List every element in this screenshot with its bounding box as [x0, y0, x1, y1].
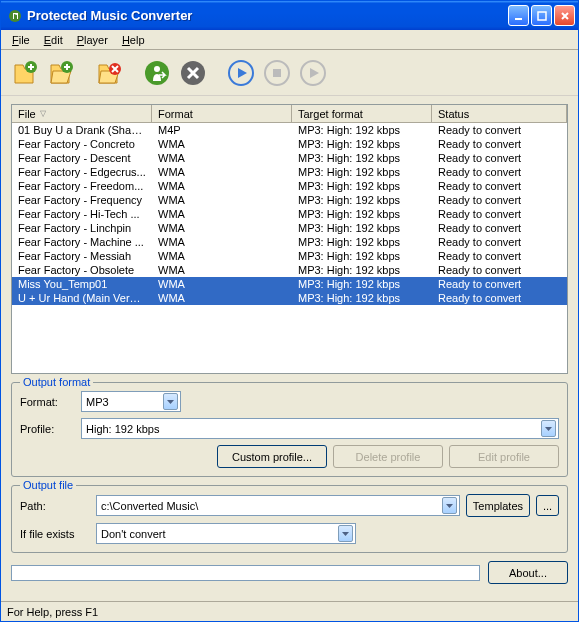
menu-help[interactable]: Help [115, 32, 152, 48]
cell-target: MP3: High: 192 kbps [292, 124, 432, 136]
convert-button[interactable] [141, 57, 173, 89]
cell-target: MP3: High: 192 kbps [292, 180, 432, 192]
about-button[interactable]: About... [488, 561, 568, 584]
cell-file: Fear Factory - Concreto [12, 138, 152, 150]
table-row[interactable]: Fear Factory - Edgecrus...WMAMP3: High: … [12, 165, 567, 179]
cell-file: 01 Buy U a Drank (Shaw... [12, 124, 152, 136]
table-row[interactable]: Fear Factory - LinchpinWMAMP3: High: 192… [12, 221, 567, 235]
cell-target: MP3: High: 192 kbps [292, 138, 432, 150]
menu-edit[interactable]: Edit [37, 32, 70, 48]
toolbar [1, 50, 578, 96]
cell-format: WMA [152, 250, 292, 262]
minimize-button[interactable] [508, 5, 529, 26]
menu-player[interactable]: Player [70, 32, 115, 48]
titlebar: Protected Music Converter [1, 1, 578, 30]
cell-target: MP3: High: 192 kbps [292, 292, 432, 304]
menubar: File Edit Player Help [1, 30, 578, 50]
format-combo[interactable]: MP3 [81, 391, 181, 412]
table-row[interactable]: U + Ur Hand (Main Versi...WMAMP3: High: … [12, 291, 567, 305]
stop-convert-button[interactable] [177, 57, 209, 89]
cell-format: WMA [152, 278, 292, 290]
profile-combo[interactable]: High: 192 kbps [81, 418, 559, 439]
next-icon [299, 59, 327, 87]
cell-target: MP3: High: 192 kbps [292, 264, 432, 276]
cell-format: WMA [152, 138, 292, 150]
cell-target: MP3: High: 192 kbps [292, 194, 432, 206]
cell-status: Ready to convert [432, 222, 567, 234]
main-window: Protected Music Converter File Edit Play… [0, 0, 579, 622]
stop-play-button[interactable] [261, 57, 293, 89]
statusbar: For Help, press F1 [1, 601, 578, 621]
cell-format: WMA [152, 180, 292, 192]
edit-profile-button[interactable]: Edit profile [449, 445, 559, 468]
table-row[interactable]: Fear Factory - DescentWMAMP3: High: 192 … [12, 151, 567, 165]
add-folder-button[interactable] [45, 57, 77, 89]
path-label: Path: [20, 500, 90, 512]
cell-target: MP3: High: 192 kbps [292, 166, 432, 178]
progress-bar [11, 565, 480, 581]
file-list[interactable]: File▽ Format Target format Status 01 Buy… [11, 104, 568, 374]
table-row[interactable]: Fear Factory - FrequencyWMAMP3: High: 19… [12, 193, 567, 207]
maximize-button[interactable] [531, 5, 552, 26]
play-icon [227, 59, 255, 87]
table-row[interactable]: 01 Buy U a Drank (Shaw...M4PMP3: High: 1… [12, 123, 567, 137]
col-status-header[interactable]: Status [432, 105, 567, 122]
svg-point-6 [145, 61, 169, 85]
cell-format: WMA [152, 208, 292, 220]
cell-file: Fear Factory - Frequency [12, 194, 152, 206]
cell-file: Fear Factory - Freedom... [12, 180, 152, 192]
remove-icon [95, 59, 123, 87]
cell-format: M4P [152, 124, 292, 136]
templates-button[interactable]: Templates [466, 494, 530, 517]
cell-status: Ready to convert [432, 138, 567, 150]
cell-format: WMA [152, 264, 292, 276]
table-row[interactable]: Fear Factory - ObsoleteWMAMP3: High: 192… [12, 263, 567, 277]
table-row[interactable]: Fear Factory - Machine ...WMAMP3: High: … [12, 235, 567, 249]
remove-button[interactable] [93, 57, 125, 89]
cell-file: Fear Factory - Edgecrus... [12, 166, 152, 178]
next-button[interactable] [297, 57, 329, 89]
add-folder-icon [47, 59, 75, 87]
table-row[interactable]: Fear Factory - MessiahWMAMP3: High: 192 … [12, 249, 567, 263]
cell-format: WMA [152, 292, 292, 304]
cell-target: MP3: High: 192 kbps [292, 208, 432, 220]
play-button[interactable] [225, 57, 257, 89]
close-button[interactable] [554, 5, 575, 26]
table-row[interactable]: Miss You_Temp01WMAMP3: High: 192 kbpsRea… [12, 277, 567, 291]
menu-file[interactable]: File [5, 32, 37, 48]
table-row[interactable]: Fear Factory - ConcretoWMAMP3: High: 192… [12, 137, 567, 151]
convert-icon [143, 59, 171, 87]
cell-file: Fear Factory - Obsolete [12, 264, 152, 276]
path-combo[interactable]: c:\Converted Music\ [96, 495, 460, 516]
exists-combo[interactable]: Don't convert [96, 523, 356, 544]
table-row[interactable]: Fear Factory - Freedom...WMAMP3: High: 1… [12, 179, 567, 193]
output-file-group: Output file Path: c:\Converted Music\ Te… [11, 485, 568, 553]
add-file-button[interactable] [9, 57, 41, 89]
delete-profile-button[interactable]: Delete profile [333, 445, 443, 468]
cell-status: Ready to convert [432, 152, 567, 164]
cell-target: MP3: High: 192 kbps [292, 236, 432, 248]
cell-format: WMA [152, 222, 292, 234]
add-file-icon [11, 59, 39, 87]
chevron-down-icon [163, 393, 178, 410]
list-rows: 01 Buy U a Drank (Shaw...M4PMP3: High: 1… [12, 123, 567, 373]
cell-status: Ready to convert [432, 166, 567, 178]
svg-rect-1 [515, 18, 522, 20]
output-format-legend: Output format [20, 376, 93, 388]
list-header: File▽ Format Target format Status [12, 105, 567, 123]
chevron-down-icon [442, 497, 457, 514]
cell-file: Fear Factory - Linchpin [12, 222, 152, 234]
cell-file: Miss You_Temp01 [12, 278, 152, 290]
col-file-header[interactable]: File▽ [12, 105, 152, 122]
col-format-header[interactable]: Format [152, 105, 292, 122]
cell-status: Ready to convert [432, 124, 567, 136]
cell-status: Ready to convert [432, 208, 567, 220]
col-target-header[interactable]: Target format [292, 105, 432, 122]
custom-profile-button[interactable]: Custom profile... [217, 445, 327, 468]
cell-format: WMA [152, 166, 292, 178]
table-row[interactable]: Fear Factory - Hi-Tech ...WMAMP3: High: … [12, 207, 567, 221]
browse-button[interactable]: ... [536, 495, 559, 516]
svg-point-0 [9, 10, 21, 22]
format-label: Format: [20, 396, 75, 408]
profile-label: Profile: [20, 423, 75, 435]
